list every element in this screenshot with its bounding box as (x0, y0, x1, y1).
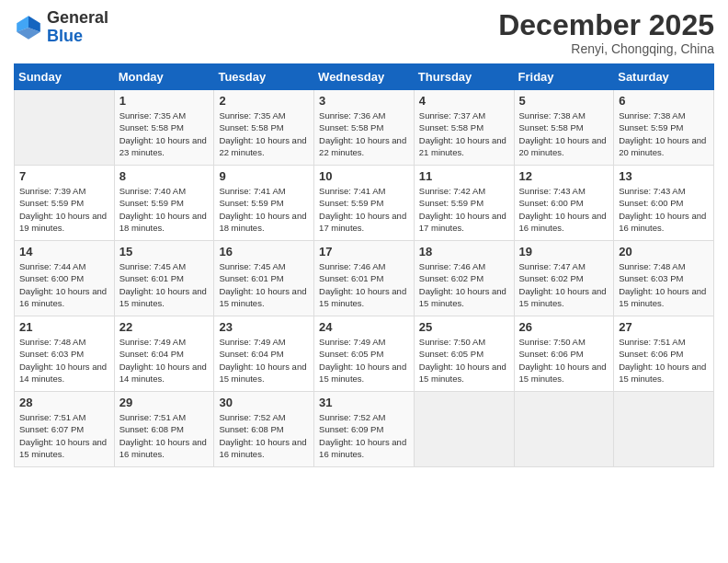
header-day-saturday: Saturday (614, 64, 714, 90)
day-info: Sunrise: 7:44 AMSunset: 6:00 PMDaylight:… (19, 260, 109, 309)
day-info: Sunrise: 7:51 AMSunset: 6:08 PMDaylight:… (119, 411, 210, 460)
day-number: 6 (619, 94, 709, 108)
location-subtitle: Renyi, Chongqing, China (498, 41, 714, 56)
day-info: Sunrise: 7:49 AMSunset: 6:04 PMDaylight:… (119, 336, 210, 385)
calendar-cell: 19Sunrise: 7:47 AMSunset: 6:02 PMDayligh… (514, 241, 614, 316)
day-number: 1 (119, 94, 210, 108)
calendar-cell: 9Sunrise: 7:41 AMSunset: 5:59 PMDaylight… (214, 166, 314, 241)
calendar-cell: 25Sunrise: 7:50 AMSunset: 6:05 PMDayligh… (414, 316, 514, 392)
day-info: Sunrise: 7:48 AMSunset: 6:03 PMDaylight:… (19, 336, 109, 385)
calendar-cell: 17Sunrise: 7:46 AMSunset: 6:01 PMDayligh… (314, 241, 415, 316)
calendar-cell: 13Sunrise: 7:43 AMSunset: 6:00 PMDayligh… (614, 166, 714, 241)
day-info: Sunrise: 7:40 AMSunset: 5:59 PMDaylight:… (119, 185, 210, 234)
day-number: 5 (519, 94, 609, 108)
day-info: Sunrise: 7:46 AMSunset: 6:02 PMDaylight:… (419, 260, 509, 309)
day-info: Sunrise: 7:50 AMSunset: 6:06 PMDaylight:… (519, 336, 609, 385)
day-number: 4 (419, 94, 509, 108)
calendar-cell: 8Sunrise: 7:40 AMSunset: 5:59 PMDaylight… (114, 166, 214, 241)
day-number: 16 (219, 245, 309, 259)
header-day-thursday: Thursday (414, 64, 514, 90)
calendar-cell: 20Sunrise: 7:48 AMSunset: 6:03 PMDayligh… (614, 241, 714, 316)
day-info: Sunrise: 7:52 AMSunset: 6:08 PMDaylight:… (219, 411, 309, 460)
day-number: 15 (119, 245, 210, 259)
week-row-3: 14Sunrise: 7:44 AMSunset: 6:00 PMDayligh… (15, 241, 714, 316)
day-info: Sunrise: 7:52 AMSunset: 6:09 PMDaylight:… (319, 411, 409, 460)
calendar-cell: 30Sunrise: 7:52 AMSunset: 6:08 PMDayligh… (214, 392, 314, 467)
day-info: Sunrise: 7:49 AMSunset: 6:05 PMDaylight:… (319, 336, 409, 385)
week-row-4: 21Sunrise: 7:48 AMSunset: 6:03 PMDayligh… (15, 316, 714, 392)
header-day-wednesday: Wednesday (314, 64, 415, 90)
day-number: 11 (419, 169, 509, 183)
day-info: Sunrise: 7:35 AMSunset: 5:58 PMDaylight:… (119, 109, 210, 158)
header-day-sunday: Sunday (15, 64, 115, 90)
day-number: 8 (119, 169, 210, 183)
day-info: Sunrise: 7:43 AMSunset: 6:00 PMDaylight:… (519, 185, 609, 234)
calendar-cell: 22Sunrise: 7:49 AMSunset: 6:04 PMDayligh… (114, 316, 214, 392)
day-number: 25 (419, 320, 509, 334)
calendar-cell: 31Sunrise: 7:52 AMSunset: 6:09 PMDayligh… (314, 392, 415, 467)
calendar-cell: 6Sunrise: 7:38 AMSunset: 5:59 PMDaylight… (614, 90, 714, 166)
day-number: 13 (619, 169, 709, 183)
day-number: 22 (119, 320, 210, 334)
day-info: Sunrise: 7:43 AMSunset: 6:00 PMDaylight:… (619, 185, 709, 234)
calendar-cell: 26Sunrise: 7:50 AMSunset: 6:06 PMDayligh… (514, 316, 614, 392)
calendar-cell (514, 392, 614, 467)
calendar-cell: 12Sunrise: 7:43 AMSunset: 6:00 PMDayligh… (514, 166, 614, 241)
day-info: Sunrise: 7:37 AMSunset: 5:58 PMDaylight:… (419, 109, 509, 158)
header-day-tuesday: Tuesday (214, 64, 314, 90)
calendar-cell: 21Sunrise: 7:48 AMSunset: 6:03 PMDayligh… (15, 316, 115, 392)
day-number: 24 (319, 320, 409, 334)
day-info: Sunrise: 7:45 AMSunset: 6:01 PMDaylight:… (219, 260, 309, 309)
day-number: 18 (419, 245, 509, 259)
day-info: Sunrise: 7:39 AMSunset: 5:59 PMDaylight:… (19, 185, 109, 234)
day-info: Sunrise: 7:35 AMSunset: 5:58 PMDaylight:… (219, 109, 309, 158)
day-info: Sunrise: 7:50 AMSunset: 6:05 PMDaylight:… (419, 336, 509, 385)
calendar-cell (614, 392, 714, 467)
day-info: Sunrise: 7:41 AMSunset: 5:59 PMDaylight:… (319, 185, 409, 234)
week-row-5: 28Sunrise: 7:51 AMSunset: 6:07 PMDayligh… (15, 392, 714, 467)
day-info: Sunrise: 7:51 AMSunset: 6:07 PMDaylight:… (19, 411, 109, 460)
day-number: 31 (319, 396, 409, 409)
day-number: 21 (19, 320, 109, 334)
calendar-cell: 14Sunrise: 7:44 AMSunset: 6:00 PMDayligh… (15, 241, 115, 316)
day-info: Sunrise: 7:42 AMSunset: 5:59 PMDaylight:… (419, 185, 509, 234)
calendar-cell: 4Sunrise: 7:37 AMSunset: 5:58 PMDaylight… (414, 90, 514, 166)
calendar-cell: 23Sunrise: 7:49 AMSunset: 6:04 PMDayligh… (214, 316, 314, 392)
week-row-2: 7Sunrise: 7:39 AMSunset: 5:59 PMDaylight… (15, 166, 714, 241)
day-info: Sunrise: 7:38 AMSunset: 5:58 PMDaylight:… (519, 109, 609, 158)
calendar-table: SundayMondayTuesdayWednesdayThursdayFrid… (14, 63, 714, 467)
day-number: 29 (119, 396, 210, 409)
calendar-cell: 28Sunrise: 7:51 AMSunset: 6:07 PMDayligh… (15, 392, 115, 467)
day-info: Sunrise: 7:48 AMSunset: 6:03 PMDaylight:… (619, 260, 709, 309)
day-number: 19 (519, 245, 609, 259)
title-block: December 2025 Renyi, Chongqing, China (498, 9, 714, 56)
calendar-cell: 24Sunrise: 7:49 AMSunset: 6:05 PMDayligh… (314, 316, 415, 392)
calendar-cell: 3Sunrise: 7:36 AMSunset: 5:58 PMDaylight… (314, 90, 415, 166)
calendar-cell: 29Sunrise: 7:51 AMSunset: 6:08 PMDayligh… (114, 392, 214, 467)
day-number: 20 (619, 245, 709, 259)
page-container: General Blue December 2025 Renyi, Chongq… (0, 0, 728, 477)
day-info: Sunrise: 7:38 AMSunset: 5:59 PMDaylight:… (619, 109, 709, 158)
day-number: 9 (219, 169, 309, 183)
calendar-cell: 16Sunrise: 7:45 AMSunset: 6:01 PMDayligh… (214, 241, 314, 316)
day-info: Sunrise: 7:51 AMSunset: 6:06 PMDaylight:… (619, 336, 709, 385)
day-number: 28 (19, 396, 109, 409)
logo-blue: Blue (47, 27, 83, 45)
day-info: Sunrise: 7:49 AMSunset: 6:04 PMDaylight:… (219, 336, 309, 385)
month-title: December 2025 (498, 9, 714, 41)
header: General Blue December 2025 Renyi, Chongq… (14, 9, 714, 56)
calendar-cell: 11Sunrise: 7:42 AMSunset: 5:59 PMDayligh… (414, 166, 514, 241)
day-number: 7 (19, 169, 109, 183)
day-info: Sunrise: 7:45 AMSunset: 6:01 PMDaylight:… (119, 260, 210, 309)
logo: General Blue (14, 9, 108, 46)
day-info: Sunrise: 7:47 AMSunset: 6:02 PMDaylight:… (519, 260, 609, 309)
calendar-cell: 5Sunrise: 7:38 AMSunset: 5:58 PMDaylight… (514, 90, 614, 166)
day-info: Sunrise: 7:46 AMSunset: 6:01 PMDaylight:… (319, 260, 409, 309)
day-number: 12 (519, 169, 609, 183)
week-row-1: 1Sunrise: 7:35 AMSunset: 5:58 PMDaylight… (15, 90, 714, 166)
calendar-cell: 2Sunrise: 7:35 AMSunset: 5:58 PMDaylight… (214, 90, 314, 166)
calendar-cell: 10Sunrise: 7:41 AMSunset: 5:59 PMDayligh… (314, 166, 415, 241)
day-info: Sunrise: 7:41 AMSunset: 5:59 PMDaylight:… (219, 185, 309, 234)
day-number: 14 (19, 245, 109, 259)
day-number: 17 (319, 245, 409, 259)
